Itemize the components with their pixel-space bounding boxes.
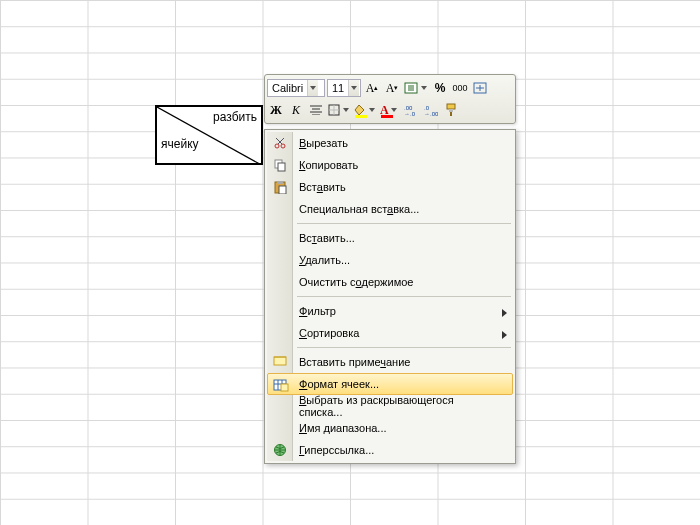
decrease-decimal-button[interactable]: .00→.0: [402, 101, 420, 119]
scissors-icon: [271, 134, 289, 152]
menu-separator: [297, 223, 511, 224]
menu-separator: [297, 347, 511, 348]
svg-rect-17: [279, 186, 286, 194]
hyperlink-icon: [271, 441, 289, 459]
svg-rect-14: [278, 163, 285, 171]
menu-insert[interactable]: Вставить...: [267, 227, 513, 249]
chevron-down-icon[interactable]: [341, 102, 350, 118]
menu-format-cells[interactable]: Формат ячеек...: [267, 373, 513, 395]
increase-decimal-button[interactable]: .0→.00: [422, 101, 440, 119]
submenu-arrow-icon: [502, 329, 507, 341]
svg-rect-10: [450, 112, 452, 116]
menu-pick-from-list[interactable]: Выбрать из раскрывающегося списка...: [267, 395, 513, 417]
paste-icon: [271, 178, 289, 196]
chevron-down-icon[interactable]: [367, 102, 376, 118]
menu-insert-comment[interactable]: Вставить примечание: [267, 351, 513, 373]
copy-icon: [271, 156, 289, 174]
menu-hyperlink[interactable]: Гиперссылка...: [267, 439, 513, 461]
menu-paste-special[interactable]: Специальная вставка...: [267, 198, 513, 220]
chevron-down-icon[interactable]: [307, 80, 318, 96]
mini-toolbar: Calibri 11 A▴ A▾ % 000 Ж К: [264, 74, 516, 124]
bold-button[interactable]: Ж: [267, 101, 285, 119]
chevron-down-icon[interactable]: [348, 80, 359, 96]
svg-text:→.0: →.0: [404, 111, 416, 116]
menu-separator: [297, 296, 511, 297]
font-color-button[interactable]: A: [379, 101, 400, 119]
menu-clear[interactable]: Очистить содержимое: [267, 271, 513, 293]
svg-rect-8: [447, 104, 455, 109]
svg-text:→.00: →.00: [424, 111, 438, 116]
comma-style-button[interactable]: 000: [451, 79, 469, 97]
svg-point-11: [275, 144, 279, 148]
menu-sort[interactable]: Сортировка: [267, 322, 513, 344]
svg-rect-18: [274, 357, 286, 365]
split-cell-bottom-text: ячейку: [161, 137, 199, 151]
align-center-button[interactable]: [307, 101, 325, 119]
submenu-arrow-icon: [502, 307, 507, 319]
context-menu: Вырезать Копировать Вставить Специальная…: [264, 129, 516, 464]
svg-point-12: [281, 144, 285, 148]
chevron-down-icon[interactable]: [419, 80, 428, 96]
grow-font-button[interactable]: A▴: [363, 79, 381, 97]
italic-button[interactable]: К: [287, 101, 305, 119]
menu-copy[interactable]: Копировать: [267, 154, 513, 176]
split-cell-top-text: разбить: [213, 110, 257, 124]
menu-named-range[interactable]: Имя диапазона...: [267, 417, 513, 439]
font-size-value: 11: [328, 82, 348, 94]
format-painter-button[interactable]: [442, 101, 460, 119]
menu-delete[interactable]: Удалить...: [267, 249, 513, 271]
svg-rect-16: [277, 181, 283, 184]
format-cells-icon: [272, 376, 290, 394]
accounting-format-button[interactable]: [403, 79, 429, 97]
svg-rect-20: [281, 384, 288, 391]
menu-label: ырезать: [306, 137, 348, 149]
font-name-combo[interactable]: Calibri: [267, 79, 325, 97]
shrink-font-button[interactable]: A▾: [383, 79, 401, 97]
fill-color-button[interactable]: [353, 101, 377, 119]
font-size-combo[interactable]: 11: [327, 79, 361, 97]
menu-filter[interactable]: Фильтр: [267, 300, 513, 322]
menu-paste[interactable]: Вставить: [267, 176, 513, 198]
menu-cut[interactable]: Вырезать: [267, 132, 513, 154]
comment-icon: [271, 353, 289, 371]
borders-button[interactable]: [327, 101, 351, 119]
split-cell[interactable]: разбить ячейку: [155, 105, 263, 165]
percent-button[interactable]: %: [431, 79, 449, 97]
font-name-value: Calibri: [268, 82, 307, 94]
svg-rect-9: [449, 109, 453, 112]
merge-center-button[interactable]: [471, 79, 489, 97]
